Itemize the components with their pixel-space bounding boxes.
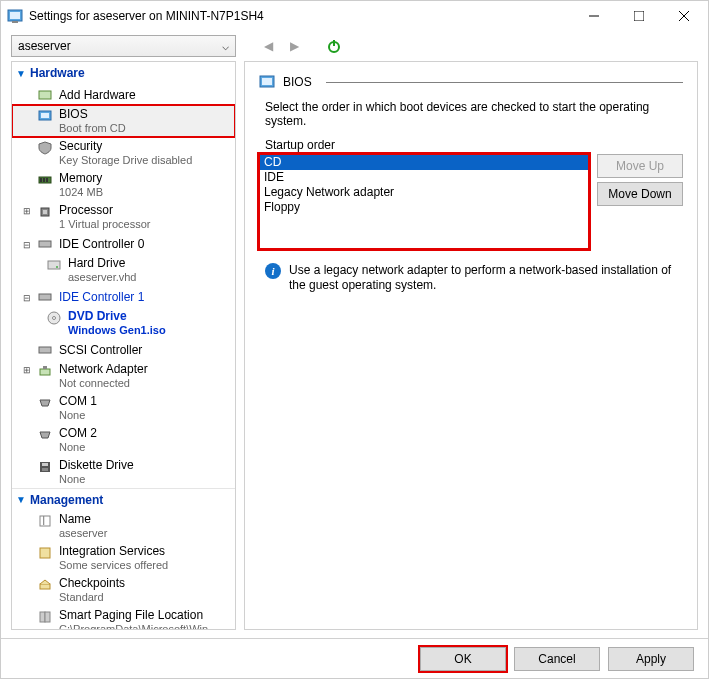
svg-rect-34 bbox=[40, 612, 45, 622]
expander[interactable]: ⊟ bbox=[22, 293, 31, 303]
svg-rect-19 bbox=[48, 261, 60, 269]
controller-icon bbox=[37, 236, 53, 252]
svg-rect-33 bbox=[40, 584, 50, 589]
tree-item-hard-drive[interactable]: Hard Driveaseserver.vhd bbox=[12, 254, 235, 286]
svg-rect-26 bbox=[43, 366, 47, 369]
svg-point-20 bbox=[56, 266, 58, 268]
nav-back-button[interactable]: ◀ bbox=[258, 36, 278, 56]
tree-item-com1[interactable]: COM 1None bbox=[12, 392, 235, 424]
svg-rect-29 bbox=[42, 468, 48, 471]
close-button[interactable] bbox=[661, 2, 706, 31]
svg-rect-18 bbox=[39, 241, 51, 247]
ok-button[interactable]: OK bbox=[420, 647, 506, 671]
startup-option[interactable]: IDE bbox=[260, 170, 588, 185]
main-area: ▼ Hardware Add Hardware BIOSBoot from CD… bbox=[1, 61, 708, 638]
tree-item-dvd-drive[interactable]: DVD DriveWindows Gen1.iso bbox=[12, 307, 235, 339]
details-pane: BIOS Select the order in which boot devi… bbox=[244, 61, 698, 630]
tree-item-ide1[interactable]: ⊟ IDE Controller 1 bbox=[12, 286, 235, 307]
shield-icon bbox=[37, 140, 53, 156]
nav-forward-button[interactable]: ▶ bbox=[284, 36, 304, 56]
vm-select[interactable]: aseserver ⌵ bbox=[11, 35, 236, 57]
startup-order-group: CD IDE Legacy Network adapter Floppy Mov… bbox=[259, 154, 683, 249]
details-title: BIOS bbox=[283, 75, 312, 89]
cancel-button[interactable]: Cancel bbox=[514, 647, 600, 671]
svg-rect-4 bbox=[634, 11, 644, 21]
details-header: BIOS bbox=[259, 74, 683, 90]
startup-order-listbox[interactable]: CD IDE Legacy Network adapter Floppy bbox=[259, 154, 589, 249]
settings-tree[interactable]: ▼ Hardware Add Hardware BIOSBoot from CD… bbox=[12, 62, 235, 629]
tree-item-security[interactable]: SecurityKey Storage Drive disabled bbox=[12, 137, 235, 169]
bios-icon bbox=[259, 74, 275, 90]
collapse-icon: ▼ bbox=[16, 494, 26, 505]
checkpoint-icon bbox=[37, 577, 53, 593]
info-text: Use a legacy network adapter to perform … bbox=[289, 263, 683, 293]
expander[interactable]: ⊞ bbox=[22, 365, 31, 375]
collapse-icon: ▼ bbox=[16, 68, 26, 79]
svg-point-23 bbox=[53, 317, 56, 320]
network-icon bbox=[37, 363, 53, 379]
svg-rect-9 bbox=[39, 91, 51, 99]
category-label: Hardware bbox=[30, 66, 85, 80]
svg-rect-17 bbox=[43, 210, 47, 214]
hard-drive-icon bbox=[46, 257, 62, 273]
name-icon: I bbox=[37, 513, 53, 529]
tree-item-checkpoints[interactable]: CheckpointsStandard bbox=[12, 574, 235, 606]
move-down-button[interactable]: Move Down bbox=[597, 182, 683, 206]
svg-rect-13 bbox=[40, 178, 42, 182]
vm-select-value: aseserver bbox=[18, 39, 71, 53]
svg-rect-37 bbox=[262, 78, 272, 85]
vm-select-row: aseserver ⌵ ◀ ▶ bbox=[1, 31, 708, 61]
startup-option[interactable]: Floppy bbox=[260, 200, 588, 215]
processor-icon bbox=[37, 204, 53, 220]
tree-item-processor[interactable]: ⊞ Processor1 Virtual processor bbox=[12, 201, 235, 233]
startup-order-label: Startup order bbox=[265, 138, 683, 152]
tree-item-name[interactable]: I Nameaseserver bbox=[12, 510, 235, 542]
tree-item-diskette[interactable]: Diskette DriveNone bbox=[12, 456, 235, 488]
svg-text:I: I bbox=[42, 514, 45, 528]
tree-item-add-hardware[interactable]: Add Hardware bbox=[12, 84, 235, 105]
details-description: Select the order in which boot devices a… bbox=[265, 100, 683, 128]
chevron-down-icon: ⌵ bbox=[222, 39, 229, 53]
svg-rect-15 bbox=[46, 178, 48, 182]
window-title: Settings for aseserver on MININT-N7P1SH4 bbox=[29, 9, 571, 23]
tree-item-com2[interactable]: COM 2None bbox=[12, 424, 235, 456]
maximize-button[interactable] bbox=[616, 2, 661, 31]
bios-icon bbox=[37, 108, 53, 124]
expander[interactable]: ⊞ bbox=[22, 206, 31, 216]
svg-rect-14 bbox=[43, 178, 45, 182]
info-icon: i bbox=[265, 263, 281, 279]
title-bar: Settings for aseserver on MININT-N7P1SH4 bbox=[1, 1, 708, 31]
app-icon bbox=[7, 8, 23, 24]
category-management[interactable]: ▼ Management bbox=[12, 488, 235, 510]
startup-option[interactable]: CD bbox=[260, 155, 588, 170]
scsi-icon bbox=[37, 342, 53, 358]
move-up-button: Move Up bbox=[597, 154, 683, 178]
tree-item-integration-services[interactable]: Integration ServicesSome services offere… bbox=[12, 542, 235, 574]
floppy-icon bbox=[37, 459, 53, 475]
move-buttons: Move Up Move Down bbox=[597, 154, 683, 206]
info-note: i Use a legacy network adapter to perfor… bbox=[259, 263, 683, 293]
svg-rect-25 bbox=[40, 369, 50, 375]
dialog-footer: OK Cancel Apply bbox=[1, 638, 708, 678]
category-hardware[interactable]: ▼ Hardware bbox=[12, 62, 235, 84]
svg-rect-32 bbox=[40, 548, 50, 558]
svg-rect-24 bbox=[39, 347, 51, 353]
minimize-button[interactable] bbox=[571, 2, 616, 31]
tree-item-scsi[interactable]: SCSI Controller bbox=[12, 339, 235, 360]
power-icon[interactable] bbox=[324, 36, 344, 56]
apply-button[interactable]: Apply bbox=[608, 647, 694, 671]
startup-option[interactable]: Legacy Network adapter bbox=[260, 185, 588, 200]
header-rule bbox=[326, 82, 683, 83]
svg-rect-21 bbox=[39, 294, 51, 300]
memory-icon bbox=[37, 172, 53, 188]
services-icon bbox=[37, 545, 53, 561]
tree-item-network-adapter[interactable]: ⊞ Network AdapterNot connected bbox=[12, 360, 235, 392]
svg-rect-35 bbox=[45, 612, 50, 622]
tree-item-bios[interactable]: BIOSBoot from CD bbox=[12, 105, 235, 137]
tree-item-ide0[interactable]: ⊟ IDE Controller 0 bbox=[12, 233, 235, 254]
expander[interactable]: ⊟ bbox=[22, 240, 31, 250]
tree-item-memory[interactable]: Memory1024 MB bbox=[12, 169, 235, 201]
com-port-icon bbox=[37, 427, 53, 443]
tree-item-paging-file[interactable]: Smart Paging File LocationC:\ProgramData… bbox=[12, 606, 235, 629]
add-hardware-icon bbox=[37, 87, 53, 103]
